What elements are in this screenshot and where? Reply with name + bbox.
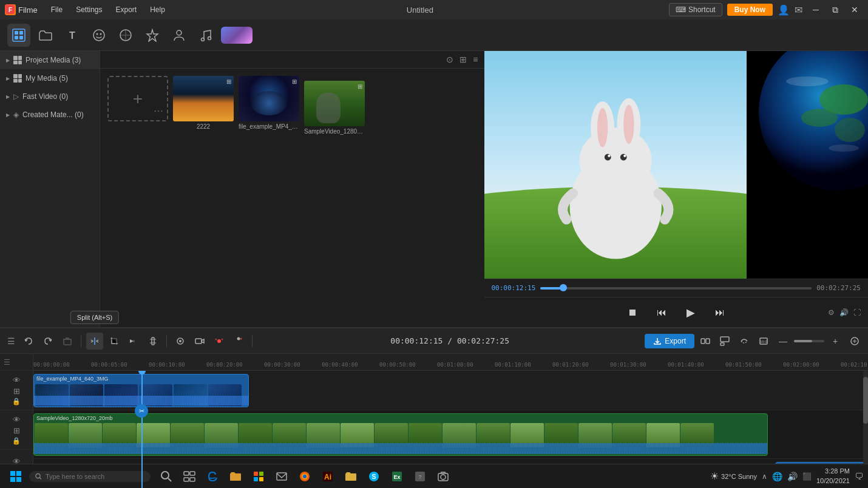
zoom-slider[interactable]	[794, 340, 824, 342]
stop-button[interactable]: ⏹	[623, 303, 642, 322]
sidebar-item-created-mate[interactable]: ▶ ◈ Created Mate... (0)	[0, 106, 100, 124]
tray-expand-icon[interactable]: ∧	[762, 472, 767, 481]
track2-lock-button[interactable]: 🔒	[12, 437, 21, 445]
sidebar-item-fast-video[interactable]: ▶ ▷ Fast Video (0)	[0, 87, 100, 106]
preview-progress-bar: 00:00:12:15 00:02:27:25	[484, 279, 869, 297]
record-button[interactable]	[172, 333, 189, 350]
add-media-button[interactable]: + ⋯	[107, 76, 168, 121]
camera-button[interactable]	[191, 333, 208, 350]
fullscreen-icon[interactable]: ⛶	[853, 308, 861, 317]
volume-icon[interactable]: 🔊	[839, 308, 849, 317]
taskbar-app-skype[interactable]: S	[363, 466, 385, 487]
fit-to-timeline-button[interactable]	[846, 333, 863, 350]
sidebar-item-project-media[interactable]: ▶ Project Media (3)	[0, 51, 100, 69]
taskbar-app-folder[interactable]	[340, 466, 362, 487]
taskbar-app-search[interactable]	[155, 466, 177, 487]
track1-visibility-toggle[interactable]: 👁	[13, 376, 21, 385]
replace-button[interactable]	[736, 333, 753, 350]
svg-point-32	[786, 76, 829, 86]
taskbar-app-excel[interactable]: Ex	[386, 466, 408, 487]
taskbar-app-camera[interactable]	[432, 466, 454, 487]
taskbar-app-mail[interactable]	[271, 466, 293, 487]
zoom-in-button[interactable]: +	[827, 333, 844, 350]
close-button[interactable]: ✕	[846, 3, 863, 16]
undo-button[interactable]	[20, 333, 37, 350]
sticker-tool-button[interactable]	[114, 24, 137, 47]
add-marker-button[interactable]	[230, 333, 247, 350]
add-effect-button[interactable]	[211, 333, 228, 350]
taskbar-app-unknown[interactable]: ?	[409, 466, 431, 487]
layout-button[interactable]	[716, 333, 733, 350]
taskbar-app-taskview[interactable]	[178, 466, 200, 487]
shortcut-button[interactable]: ⌨ Shortcut	[669, 3, 722, 16]
crop-button[interactable]	[106, 333, 123, 350]
taskbar-app-explorer[interactable]	[225, 466, 246, 487]
effects-tool-button[interactable]	[141, 24, 164, 47]
taskbar-app-illustrator[interactable]: Ai	[317, 466, 339, 487]
export-button[interactable]: Export	[645, 334, 694, 348]
split-indicator[interactable]: ✂	[135, 404, 148, 418]
hamburger-icon[interactable]: ☰	[4, 358, 10, 367]
scrollbar-thumb[interactable]	[863, 377, 868, 424]
start-button[interactable]	[5, 466, 27, 487]
corner-check-icon: ⊞	[358, 83, 362, 90]
ruler-mark: 00:00:40:00	[322, 362, 358, 368]
gradient-tool-button[interactable]	[221, 27, 253, 44]
filter-icon[interactable]: ⊙	[445, 53, 455, 66]
media-item-file-example[interactable]: ⊞ file_example_MP4_640...	[239, 76, 299, 135]
network-icon[interactable]: 🌐	[772, 472, 782, 481]
user-icon[interactable]: 👤	[778, 4, 790, 16]
volume-tray-icon[interactable]: 🔊	[787, 472, 798, 481]
grid-view-icon[interactable]: ⊞	[458, 53, 468, 66]
next-frame-button[interactable]: ⏭	[710, 303, 730, 322]
track2-clip[interactable]: SampleVideo_1280x720_20mb	[33, 413, 768, 456]
play-button[interactable]: ▶	[681, 303, 700, 322]
buy-now-button[interactable]: Buy Now	[727, 4, 773, 16]
notification-icon[interactable]: 🗨	[855, 472, 863, 481]
taskbar-app-firefox[interactable]	[294, 466, 316, 487]
track1-clip[interactable]: file_example_MP4_640_3MG	[33, 374, 249, 407]
prev-frame-button[interactable]: ⏮	[652, 303, 671, 322]
progress-thumb[interactable]	[560, 284, 567, 291]
menu-export[interactable]: Export	[109, 4, 143, 15]
split-button[interactable]: Split (Alt+S)	[86, 333, 103, 350]
people-tool-button[interactable]	[168, 24, 191, 47]
svg-point-42	[237, 337, 240, 340]
aspect-ratio-button[interactable]: 16:9	[755, 333, 772, 350]
text-tool-button[interactable]: T	[61, 24, 84, 47]
search-input[interactable]	[46, 473, 144, 480]
svg-rect-6	[19, 36, 23, 39]
minimize-button[interactable]: ─	[807, 3, 824, 16]
list-view-icon[interactable]: ≡	[472, 53, 479, 66]
transition-button[interactable]	[697, 333, 714, 350]
menu-help[interactable]: Help	[144, 4, 171, 15]
speed-button[interactable]	[125, 333, 142, 350]
emoji-tool-button[interactable]	[87, 24, 110, 47]
menu-settings[interactable]: Settings	[70, 4, 108, 15]
progress-bar-background[interactable]	[540, 287, 812, 290]
menu-file[interactable]: File	[45, 4, 69, 15]
track2-visibility-toggle[interactable]: 👁	[13, 415, 21, 424]
timeline-menu-icon[interactable]: ☰	[5, 334, 18, 348]
track2-row: SampleVideo_1280x720_20mb	[33, 410, 868, 459]
music-tool-button[interactable]	[194, 24, 217, 47]
taskbar-app-store[interactable]	[248, 466, 270, 487]
maximize-button[interactable]: ⧉	[827, 3, 844, 16]
folder-tool-button[interactable]	[34, 24, 57, 47]
track1-lock-button[interactable]: 🔒	[12, 398, 21, 405]
freeze-button[interactable]	[144, 333, 161, 350]
zoom-out-button[interactable]: —	[775, 333, 792, 350]
redo-button[interactable]	[39, 333, 56, 350]
media-tool-button[interactable]	[7, 24, 30, 47]
media-item-2222[interactable]: ⊞ 2222	[173, 76, 234, 135]
sidebar-item-my-media[interactable]: ▶ My Media (5)	[0, 69, 100, 87]
settings-icon[interactable]: ⚙	[828, 308, 835, 317]
taskbar-search[interactable]	[29, 471, 151, 482]
delete-button[interactable]	[59, 333, 76, 350]
svg-rect-47	[721, 343, 724, 345]
track1-controls: 👁 ⊞ 🔒	[0, 371, 33, 410]
media-item-sample-video[interactable]: ⊞ SampleVideo_1280x72...	[304, 81, 365, 135]
clip2-audio-wave	[34, 443, 767, 454]
taskbar-app-edge[interactable]	[202, 466, 223, 487]
mail-icon[interactable]: ✉	[795, 4, 802, 16]
